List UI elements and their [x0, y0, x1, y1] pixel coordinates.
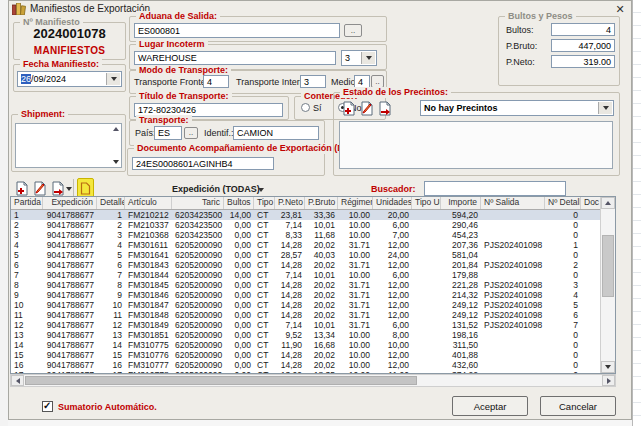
table-row[interactable]: 16904178867716FM31077762052000900,00CT14… — [11, 360, 615, 370]
precintos-combo-button[interactable] — [598, 102, 612, 114]
group-label-fecha: Fecha Manifiesto: — [20, 59, 102, 70]
scroll-right-button[interactable] — [602, 375, 615, 386]
table-row[interactable]: 12904178867712FM30184962052000900,00CT7,… — [11, 320, 615, 330]
precintos-listbox[interactable] — [339, 121, 613, 169]
add-line-icon[interactable] — [13, 180, 29, 196]
table-cell: 16,68 — [305, 340, 338, 350]
table-cell: 9041788677 — [43, 210, 97, 220]
column-header[interactable]: P.Bruto — [305, 197, 338, 209]
precintos-combo-value: No hay Precintos — [424, 103, 498, 113]
table-row[interactable]: 490417886774FM30161162052000900,00CT14,2… — [11, 240, 615, 250]
column-header[interactable]: Doc \ — [581, 197, 601, 209]
table-cell: 10 — [11, 300, 43, 310]
radio-contenedor-si[interactable] — [301, 103, 310, 112]
column-header[interactable]: Régimen — [338, 197, 373, 209]
edit-line-icon[interactable] — [31, 180, 47, 196]
table-row[interactable]: 890417886778FM30184562052000900,00CT14,2… — [11, 280, 615, 290]
expedicion-dropdown-icon[interactable] — [258, 188, 264, 192]
column-header[interactable]: Artículo — [125, 197, 172, 209]
precinto-add-icon[interactable] — [340, 100, 356, 116]
table-row[interactable]: 190417886771FM210212620342350014,00CT23,… — [11, 210, 615, 220]
copy-manifest-icon[interactable] — [77, 178, 94, 198]
sumatorio-checkbox[interactable] — [42, 401, 53, 412]
identif-input[interactable]: CAMION — [233, 126, 319, 140]
table-row[interactable]: 690417886776FM30184362052000900,00CT14,2… — [11, 260, 615, 270]
pbruto-input[interactable]: 447,000 — [551, 39, 615, 52]
close-icon[interactable]: ✕ — [612, 2, 628, 16]
column-header[interactable]: Partida — [11, 197, 43, 209]
column-header[interactable]: Expedición — [43, 197, 97, 209]
aduana-browse-button[interactable]: .. — [344, 24, 362, 37]
horizontal-scroll-thumb[interactable] — [25, 376, 417, 385]
pais-input[interactable]: ES — [154, 126, 182, 140]
pais-browse-button[interactable]: .. — [184, 127, 198, 139]
column-header[interactable]: Unidades — [373, 197, 412, 209]
table-row[interactable]: 10904178867710FM30184762052000900,00CT14… — [11, 300, 615, 310]
table-cell: 214,32 — [441, 290, 481, 300]
table-cell: PJS202401098 — [481, 280, 545, 290]
horizontal-scrollbar[interactable] — [10, 374, 616, 387]
precinto-delete-icon[interactable] — [376, 100, 392, 116]
table-cell: 6 — [97, 260, 125, 270]
column-header[interactable]: Importe — [441, 197, 481, 209]
column-header[interactable]: Taric — [172, 197, 224, 209]
dae-input[interactable]: 24ES0008601AGINHB4 — [132, 157, 274, 170]
precinto-edit-icon[interactable] — [358, 100, 374, 116]
table-cell: FM301849 — [125, 320, 172, 330]
line-actions-dropdown-icon[interactable] — [66, 187, 72, 191]
column-header[interactable]: P.Neto — [275, 197, 305, 209]
delete-line-icon[interactable] — [49, 180, 65, 196]
precintos-combo[interactable]: No hay Precintos — [420, 100, 614, 116]
table-cell: 14 — [11, 340, 43, 350]
table-cell: CT — [254, 280, 275, 290]
column-header[interactable]: Detalle — [97, 197, 125, 209]
table-cell: 9041788677 — [43, 340, 97, 350]
scroll-up-icon[interactable] — [113, 127, 119, 131]
table-row[interactable]: 15904178867715FM31077662052000900,00CT14… — [11, 350, 615, 360]
expedicion-filter[interactable]: Expedición (TODAS) — [172, 184, 260, 194]
table-row[interactable]: 11904178867711FM30184862052000900,00CT14… — [11, 310, 615, 320]
bultos-input[interactable]: 4 — [551, 23, 615, 36]
table-row[interactable]: 990417886779FM30184662052000900,00CT14,2… — [11, 290, 615, 300]
aceptar-button[interactable]: Aceptar — [452, 396, 528, 416]
cancelar-button[interactable]: Cancelar — [540, 396, 616, 416]
table-cell: 0,00 — [224, 320, 254, 330]
incoterm-combo-button[interactable] — [361, 52, 375, 64]
table-row[interactable]: 290417886772FM21033762034235000,00CT7,14… — [11, 220, 615, 230]
buscador-input[interactable] — [424, 181, 566, 196]
lugar-incoterm-input[interactable]: WAREHOUSE — [134, 51, 336, 65]
table-row[interactable]: 390417886773FM21036862034235000,00CT8,33… — [11, 230, 615, 240]
shipment-textarea[interactable] — [15, 123, 122, 168]
transporte-interior-input[interactable]: 3 — [300, 75, 326, 88]
incoterm-combo[interactable]: 3 — [341, 50, 377, 66]
vertical-scrollbar[interactable] — [600, 197, 615, 373]
table-row[interactable]: 590417886775FM30164162052000900,00CT28,5… — [11, 250, 615, 260]
scroll-left-button[interactable] — [11, 375, 24, 386]
column-header[interactable]: Tipo — [254, 197, 275, 209]
column-header[interactable]: Bultos — [224, 197, 254, 209]
table-row[interactable]: 790417886777FM30184462052000900,00CT7,14… — [11, 270, 615, 280]
table-cell: 6205200090 — [172, 360, 224, 370]
table-cell: 1 — [97, 210, 125, 220]
fecha-manifiesto-input[interactable]: 26/09/2024 — [17, 71, 122, 87]
table-row[interactable]: 14904178867714FM31077562052000900,00CT11… — [11, 340, 615, 350]
table-cell: 11 — [97, 310, 125, 320]
column-header[interactable]: Nº Detalle — [545, 197, 581, 209]
aduana-salida-input[interactable]: ES000801 — [134, 23, 340, 38]
table-cell: 12,00 — [373, 290, 412, 300]
transporte-frontera-input[interactable]: 4 — [203, 75, 229, 88]
table-cell: 0 — [545, 230, 581, 240]
vertical-scroll-thumb[interactable] — [602, 235, 614, 297]
table-cell — [412, 360, 441, 370]
table-cell: 7 — [97, 270, 125, 280]
pneto-input[interactable]: 319.00 — [551, 55, 615, 68]
scroll-up-button[interactable] — [601, 197, 615, 209]
fecha-dropdown-button[interactable] — [106, 73, 120, 85]
table-cell — [581, 210, 601, 220]
scroll-down-button[interactable] — [601, 361, 615, 373]
table-cell: 0,00 — [224, 240, 254, 250]
scroll-down-icon[interactable] — [113, 160, 119, 164]
column-header[interactable]: Nº Salida — [481, 197, 545, 209]
column-header[interactable]: Tipo Un — [412, 197, 441, 209]
table-row[interactable]: 13904178867713FM30185162052000900,00CT9,… — [11, 330, 615, 340]
